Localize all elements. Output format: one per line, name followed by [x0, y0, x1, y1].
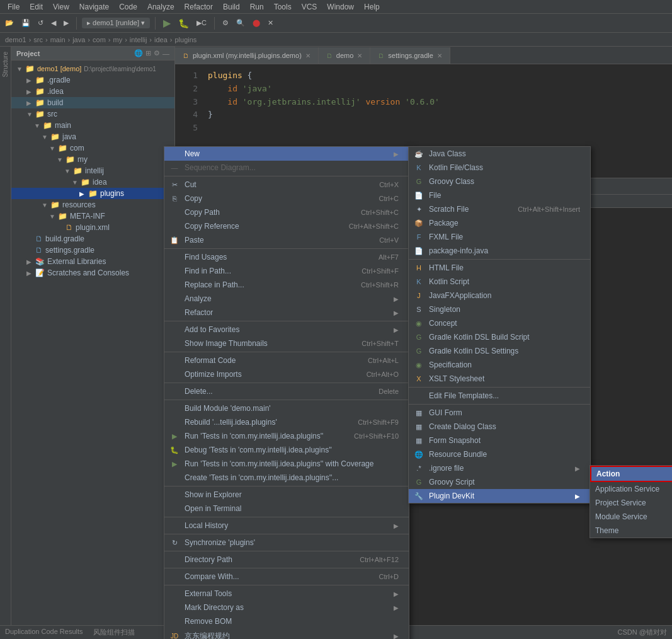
run-line-6: ▶Task :postInstr... [180, 258, 667, 267]
search-button[interactable]: 🔍 [234, 18, 248, 28]
toolbar-save[interactable]: 💾 [19, 18, 33, 28]
tree-item-resources[interactable]: ▼ 📁resources [11, 199, 174, 210]
tree-item-gradle[interactable]: ▶ 📁.gradle [11, 74, 174, 86]
run-up-btn[interactable]: ↑ [190, 196, 194, 206]
tree-item-src[interactable]: ▼ 📁src [11, 108, 174, 120]
sidebar-layout-icon[interactable]: ⊞ [145, 49, 151, 57]
tree-item-idea[interactable]: ▶ 📁.idea [11, 86, 174, 97]
coverage-button[interactable]: ▶C [194, 18, 209, 28]
code-line-1: 1 plugins { [185, 69, 662, 83]
tree-item-scratches[interactable]: ▶ 📝Scratches and Consoles [11, 267, 174, 279]
tree-item-intellij[interactable]: ▼ 📁intellij [11, 165, 174, 176]
tab-demo[interactable]: 🗋 demo ✕ [319, 47, 371, 64]
tree-item-extlib[interactable]: ▶ 📚External Libraries [11, 256, 174, 267]
tree-item-main[interactable]: ▼ 📁main [11, 120, 174, 131]
bc-my[interactable]: my [113, 36, 122, 43]
bc-plugins[interactable]: plugins [174, 36, 196, 43]
run-config-selector[interactable]: ▸ demo1 [runIde] ▾ [82, 18, 150, 28]
run-line-2: ▶Task :patchPlug... [180, 220, 667, 229]
run-settings-btn[interactable]: ⚙ [236, 196, 244, 206]
tab-demo-close[interactable]: ✕ [357, 52, 362, 59]
code-line-3: 3 id 'org.jetbrains.intellij' version '0… [185, 96, 662, 109]
editor-container: 🗋 plugin.xml (my.intellij.plugins.demo) … [175, 47, 672, 625]
menu-view[interactable]: View [48, 1, 74, 13]
status-action[interactable]: Create New Action [348, 629, 405, 636]
run-down-btn[interactable]: ↓ [196, 196, 201, 206]
tree-item-java[interactable]: ▼ 📁java [11, 131, 174, 142]
run-tab-close[interactable]: ✕ [253, 183, 258, 191]
run-line-11: Download https://...s.bintray.com/intell… [180, 305, 667, 314]
status-bar: Duplication Code Results 风险组件扫描 Create N… [0, 625, 672, 639]
run-line-7: ▶Task :jar [180, 267, 667, 277]
tree-item-my[interactable]: ▼ 📁my [11, 154, 174, 165]
menu-vcs[interactable]: VCS [297, 1, 322, 13]
settings-button[interactable]: ⚙ [220, 18, 231, 28]
menu-edit[interactable]: Edit [25, 1, 48, 13]
stop-button[interactable]: ⬤ [250, 18, 263, 28]
tab-bar: 🗋 plugin.xml (my.intellij.plugins.demo) … [175, 47, 672, 64]
tree-item-metainf[interactable]: ▼ 📁META-INF [11, 210, 174, 222]
tree-item-com[interactable]: ▼ 📁com [11, 142, 174, 154]
menu-build[interactable]: Build [218, 1, 245, 13]
tab-pluginxml-label: plugin.xml (my.intellij.plugins.demo) [193, 52, 302, 59]
menu-help[interactable]: Help [359, 1, 385, 13]
tree-item-plugins[interactable]: ▶ 📁plugins [11, 188, 174, 199]
run-tab[interactable]: Run: demo1 [runIde] ✕ [175, 181, 266, 194]
sidebar-gear-icon[interactable]: ⚙ [154, 49, 160, 57]
run-button[interactable]: ▶ [161, 16, 173, 30]
run-line-1: ▶Task :compileJa... [180, 210, 667, 220]
toolbar-refresh[interactable]: ↺ [35, 18, 46, 28]
tree-item-ideafolder[interactable]: ▼ 📁idea [11, 176, 174, 188]
run-close-btn[interactable]: ✕ [247, 196, 254, 206]
debug-button[interactable]: 🐛 [176, 17, 191, 30]
menu-tools[interactable]: Tools [269, 1, 297, 13]
code-line-4: 4 } [185, 108, 662, 122]
tree-item-settingsgradle[interactable]: 🗋settings.gradle [11, 245, 174, 256]
run-pin-btn[interactable]: 📌 [223, 196, 234, 206]
bc-com[interactable]: com [93, 36, 106, 43]
left-stripe: Structure [0, 47, 11, 625]
sidebar-icons: 🌐 ⊞ ⚙ — [134, 49, 169, 57]
run-line-3: ▶Task :processRe... [180, 229, 667, 239]
sidebar-minimize-icon[interactable]: — [162, 49, 169, 57]
menu-file[interactable]: File [3, 1, 25, 13]
editor-content: 1 plugins { 2 id 'java' 3 id 'org.jetbra… [175, 64, 672, 178]
tab-settings[interactable]: 🗋 settings.gradle ✕ [370, 47, 450, 64]
menu-run[interactable]: Run [245, 1, 269, 13]
run-line-9 [180, 286, 667, 296]
bc-intellij[interactable]: intellij [130, 36, 147, 43]
structure-label[interactable]: Structure [2, 52, 9, 78]
bc-idea[interactable]: idea [154, 36, 168, 43]
toolbar-forward[interactable]: ▶ [61, 18, 71, 28]
menu-window[interactable]: Window [322, 1, 359, 13]
run-line-8: ▶Task :prepareSa... [180, 277, 667, 286]
bc-main[interactable]: main [50, 36, 65, 43]
bc-java[interactable]: java [72, 36, 85, 43]
bc-demo1[interactable]: demo1 [5, 36, 26, 43]
tree-item-root[interactable]: ▼ 📁 demo1 [demo] D:\project\learning\dem… [11, 63, 174, 74]
tree-item-buildgradle[interactable]: 🗋build.gradle [11, 233, 174, 245]
tab-settings-close[interactable]: ✕ [437, 52, 442, 59]
code-line-2: 2 id 'java' [185, 83, 662, 96]
menu-navigate[interactable]: Navigate [74, 1, 114, 13]
toolbar-back[interactable]: ◀ [48, 18, 59, 28]
menu-refactor[interactable]: Refactor [179, 1, 218, 13]
sidebar-header: Project 🌐 ⊞ ⚙ — [11, 47, 174, 60]
run-stop-btn[interactable]: ⬛ [207, 196, 217, 206]
menu-code[interactable]: Code [114, 1, 142, 13]
menu-analyze[interactable]: Analyze [142, 1, 179, 13]
duplication-label[interactable]: Duplication Code Results [5, 628, 83, 637]
tree-item-pluginxml[interactable]: 🗋plugin.xml [11, 222, 174, 233]
bc-src[interactable]: src [33, 36, 43, 43]
toolbar-open[interactable]: 📂 [3, 18, 16, 28]
sidebar-globe-icon[interactable]: 🌐 [134, 49, 143, 57]
run-config-name: demo1 [runIde] [202, 183, 248, 191]
tree-item-build[interactable]: ▶ 📁build [11, 97, 174, 108]
tab-pluginxml-close[interactable]: ✕ [305, 52, 310, 59]
run-play-btn[interactable]: ▶ [180, 196, 187, 206]
run-line-4: ▶Task :classes [180, 239, 667, 248]
tab-demo-label: demo [336, 52, 354, 59]
tab-pluginxml[interactable]: 🗋 plugin.xml (my.intellij.plugins.demo) … [175, 47, 319, 64]
more-button[interactable]: ✕ [265, 18, 276, 28]
risk-label[interactable]: 风险组件扫描 [93, 628, 135, 637]
